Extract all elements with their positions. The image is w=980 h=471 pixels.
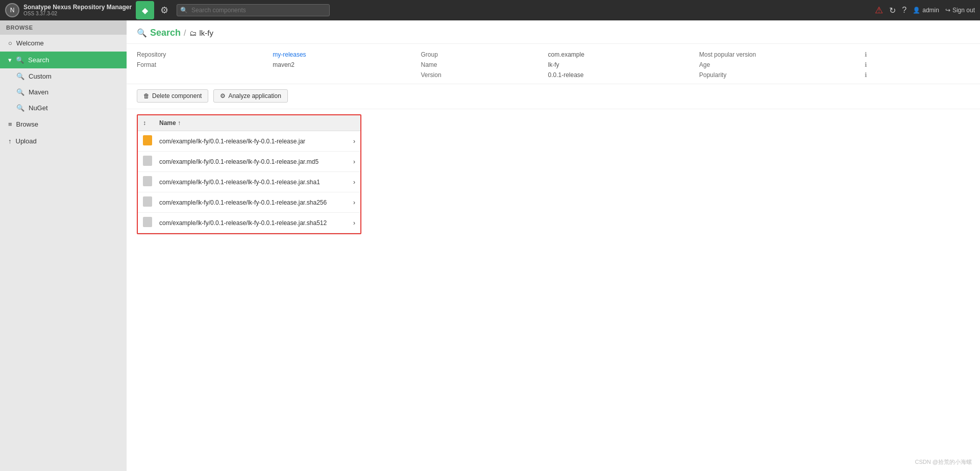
- name-label: Name: [421, 61, 548, 68]
- row-expand-arrow[interactable]: ›: [345, 172, 360, 192]
- analyze-icon: ⚙: [220, 92, 226, 100]
- row-expand-arrow[interactable]: ›: [345, 192, 360, 213]
- version-value: 0.0.1-release: [548, 71, 699, 79]
- nuget-search-icon: 🔍: [16, 104, 24, 112]
- file-path[interactable]: com/example/lk-fy/0.0.1-release/lk-fy-0.…: [154, 172, 345, 192]
- version-label: Version: [421, 71, 548, 79]
- actions-section: 🗑 Delete component ⚙ Analyze application: [127, 84, 980, 109]
- files-table-header: ↕ Name ↑: [138, 115, 360, 131]
- name-value: lk-fy: [548, 61, 699, 68]
- age-label: Age: [699, 61, 863, 68]
- content-area: 🔍 Search / 🗂 lk-fy Repository my-release…: [127, 20, 980, 471]
- file-generic-icon: [143, 196, 152, 207]
- most-popular-version-info-icon[interactable]: ℹ: [865, 51, 970, 58]
- nav-home-icon[interactable]: ◆: [136, 1, 154, 19]
- upload-icon: ↑: [8, 137, 12, 145]
- app-logo: N Sonatype Nexus Repository Manager OSS …: [5, 3, 132, 17]
- refresh-icon[interactable]: ↻: [889, 6, 896, 15]
- row-expand-arrow[interactable]: ›: [345, 152, 360, 172]
- row-expand-arrow[interactable]: ›: [345, 213, 360, 233]
- group-label: Group: [421, 51, 548, 58]
- sidebar-item-nuget[interactable]: 🔍 NuGet: [0, 100, 127, 116]
- search-bar: 🔍: [177, 4, 330, 16]
- topbar-right: ⚠ ↻ ? 👤 admin ↪ Sign out: [875, 5, 975, 16]
- breadcrumb-folder-icon: 🗂: [189, 29, 197, 37]
- file-generic-icon: [143, 156, 152, 166]
- file-path[interactable]: com/example/lk-fy/0.0.1-release/lk-fy-0.…: [154, 192, 345, 213]
- sidebar-item-browse-label: Browse: [16, 120, 38, 128]
- breadcrumb-component-name: lk-fy: [200, 29, 214, 37]
- browse-icon: ≡: [8, 120, 12, 128]
- help-icon[interactable]: ?: [902, 6, 906, 15]
- file-generic-icon: [143, 217, 152, 227]
- delete-component-button[interactable]: 🗑 Delete component: [137, 89, 208, 103]
- files-table-container: ↕ Name ↑ com/example/lk-fy/0.0.1-release…: [137, 114, 361, 234]
- main-layout: Browse ○ Welcome ▾ 🔍 Search 🔍 Custom 🔍 M…: [0, 20, 980, 471]
- sidebar-item-search-label: Search: [28, 56, 49, 64]
- maven-search-icon: 🔍: [16, 88, 24, 96]
- app-logo-text: Sonatype Nexus Repository Manager OSS 3.…: [23, 4, 132, 17]
- repository-value[interactable]: my-releases: [273, 51, 421, 58]
- table-row[interactable]: com/example/lk-fy/0.0.1-release/lk-fy-0.…: [138, 213, 360, 233]
- files-table-body: com/example/lk-fy/0.0.1-release/lk-fy-0.…: [138, 131, 360, 233]
- file-path[interactable]: com/example/lk-fy/0.0.1-release/lk-fy-0.…: [154, 131, 345, 152]
- search-nav-icon: ▾: [8, 56, 12, 64]
- age-info-icon[interactable]: ℹ: [865, 61, 970, 68]
- alert-icon[interactable]: ⚠: [875, 5, 883, 16]
- sidebar-item-browse[interactable]: ≡ Browse: [0, 116, 127, 133]
- topbar: N Sonatype Nexus Repository Manager OSS …: [0, 0, 980, 20]
- breadcrumb-search[interactable]: Search: [150, 28, 181, 38]
- col-name[interactable]: Name ↑: [154, 115, 345, 131]
- file-path[interactable]: com/example/lk-fy/0.0.1-release/lk-fy-0.…: [154, 152, 345, 172]
- header-search-icon: 🔍: [137, 28, 147, 38]
- file-icon-cell: [138, 152, 154, 172]
- row-expand-arrow[interactable]: ›: [345, 131, 360, 152]
- breadcrumb-separator: /: [184, 29, 186, 38]
- col-icon[interactable]: ↕: [138, 115, 154, 131]
- files-table: ↕ Name ↑ com/example/lk-fy/0.0.1-release…: [138, 115, 360, 233]
- metadata-section: Repository my-releases Group com.example…: [127, 44, 980, 84]
- sidebar-item-search[interactable]: ▾ 🔍 Search: [0, 52, 127, 68]
- analyze-application-button[interactable]: ⚙ Analyze application: [213, 89, 287, 103]
- table-row[interactable]: com/example/lk-fy/0.0.1-release/lk-fy-0.…: [138, 131, 360, 152]
- table-row[interactable]: com/example/lk-fy/0.0.1-release/lk-fy-0.…: [138, 192, 360, 213]
- file-path[interactable]: com/example/lk-fy/0.0.1-release/lk-fy-0.…: [154, 213, 345, 233]
- user-menu[interactable]: 👤 admin: [913, 7, 939, 14]
- delete-icon: 🗑: [143, 92, 150, 100]
- files-section: ↕ Name ↑ com/example/lk-fy/0.0.1-release…: [127, 109, 980, 471]
- sidebar-item-upload[interactable]: ↑ Upload: [0, 133, 127, 150]
- table-row[interactable]: com/example/lk-fy/0.0.1-release/lk-fy-0.…: [138, 152, 360, 172]
- search-bar-icon: 🔍: [180, 7, 188, 14]
- signout-button[interactable]: ↪ Sign out: [945, 7, 975, 14]
- search-input[interactable]: [177, 4, 330, 16]
- sidebar-section-browse: Browse: [0, 20, 127, 35]
- custom-search-icon: 🔍: [16, 72, 24, 80]
- page-header: 🔍 Search / 🗂 lk-fy: [127, 20, 980, 44]
- analyze-label: Analyze application: [228, 92, 281, 100]
- sidebar-item-welcome[interactable]: ○ Welcome: [0, 35, 127, 52]
- file-icon-cell: [138, 172, 154, 192]
- sidebar-item-nuget-label: NuGet: [29, 104, 48, 112]
- sidebar-item-upload-label: Upload: [16, 137, 37, 145]
- delete-label: Delete component: [152, 92, 202, 100]
- signout-icon: ↪: [945, 7, 950, 14]
- user-icon: 👤: [913, 7, 920, 14]
- app-title: Sonatype Nexus Repository Manager: [23, 4, 132, 11]
- sidebar: Browse ○ Welcome ▾ 🔍 Search 🔍 Custom 🔍 M…: [0, 20, 127, 471]
- user-label: admin: [922, 7, 939, 14]
- sidebar-item-maven[interactable]: 🔍 Maven: [0, 84, 127, 100]
- gear-icon[interactable]: ⚙: [158, 3, 170, 18]
- table-row[interactable]: com/example/lk-fy/0.0.1-release/lk-fy-0.…: [138, 172, 360, 192]
- repository-label: Repository: [137, 51, 273, 58]
- file-icon-cell: [138, 192, 154, 213]
- welcome-icon: ○: [8, 39, 12, 47]
- file-icon-cell: [138, 131, 154, 152]
- group-value: com.example: [548, 51, 699, 58]
- jar-icon: [143, 135, 152, 145]
- popularity-info-icon[interactable]: ℹ: [865, 71, 970, 79]
- file-generic-icon: [143, 176, 152, 186]
- signout-label: Sign out: [952, 7, 975, 14]
- sidebar-item-custom[interactable]: 🔍 Custom: [0, 68, 127, 84]
- popularity-label: Popularity: [699, 71, 863, 79]
- format-value: maven2: [273, 61, 421, 68]
